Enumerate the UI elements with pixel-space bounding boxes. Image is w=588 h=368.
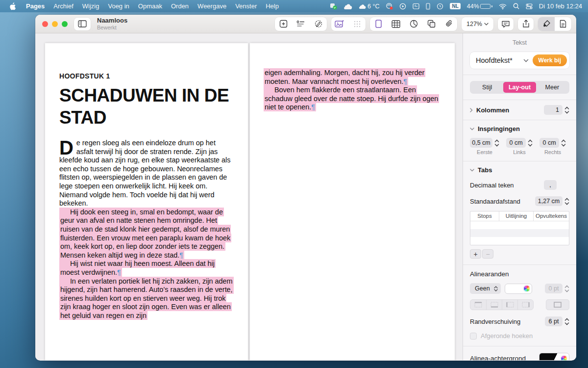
- minimize-button[interactable]: [52, 21, 58, 27]
- paragraph-background-well[interactable]: [539, 353, 569, 360]
- menu-item-voeg-in[interactable]: Voeg in: [103, 2, 133, 10]
- decimal-field[interactable]: ,: [544, 180, 557, 190]
- indent-right-stepper[interactable]: [561, 139, 566, 147]
- border-offset-field[interactable]: 6 pt: [545, 316, 563, 326]
- insert-table-icon[interactable]: [391, 20, 401, 28]
- menu-item-orden[interactable]: Orden: [167, 2, 193, 10]
- insert-page-icon[interactable]: [278, 20, 289, 28]
- app-sync-icon[interactable]: [330, 2, 337, 10]
- battery-icon: [480, 4, 490, 9]
- indent-left-stepper[interactable]: [528, 139, 533, 147]
- default-spacing-stepper[interactable]: [564, 198, 569, 205]
- indent-first-stepper[interactable]: [494, 139, 499, 147]
- panel-toggle-group: [538, 17, 571, 31]
- border-color-well[interactable]: [505, 284, 532, 294]
- paragraph[interactable]: eigen ademhaling. Morgen, dacht hij, zou…: [264, 69, 439, 86]
- insert-media-icon[interactable]: [334, 20, 345, 28]
- remove-tab-stop-button[interactable]: −: [482, 249, 493, 259]
- insert-textbox-icon[interactable]: [373, 20, 384, 28]
- tab-stop-row[interactable]: [470, 237, 569, 245]
- cloud-icon[interactable]: [343, 3, 352, 9]
- wifi-icon[interactable]: [499, 3, 507, 9]
- rounded-corners-label: Afgeronde hoeken: [481, 332, 533, 340]
- menu-item-venster[interactable]: Venster: [231, 2, 261, 10]
- border-right-button[interactable]: [517, 300, 533, 310]
- paragraph[interactable]: Boven hem flakkerde een straatlantaarn. …: [264, 86, 439, 112]
- weather-icon[interactable]: 6 °C: [359, 3, 379, 10]
- iphone-icon[interactable]: [426, 3, 430, 10]
- format-wand-icon[interactable]: [313, 20, 324, 28]
- tab-stop-row[interactable]: [470, 221, 569, 229]
- dots-grid-icon[interactable]: [352, 20, 363, 28]
- rounded-corners-checkbox[interactable]: [470, 333, 477, 340]
- tab-meer[interactable]: Meer: [536, 82, 568, 93]
- border-bottom-button[interactable]: [486, 300, 502, 310]
- border-all-button[interactable]: [546, 299, 569, 310]
- borders-header: Alinearanden: [470, 270, 569, 278]
- columns-value-field[interactable]: 1: [544, 105, 563, 115]
- paragraph-style-selector[interactable]: Hoofdtekst* Werk bij: [470, 52, 569, 69]
- page-right[interactable]: eigen ademhaling. Morgen, dacht hij, zou…: [250, 43, 455, 360]
- update-style-button[interactable]: Werk bij: [533, 54, 567, 66]
- pages-window: Naamloos Bewerkt: [35, 15, 576, 361]
- add-tab-stop-button[interactable]: +: [470, 249, 481, 259]
- zoom-window-button[interactable]: [62, 21, 68, 27]
- columns-section[interactable]: Kolommen: [470, 106, 509, 114]
- menu-item-help[interactable]: Help: [261, 2, 283, 10]
- menu-item-weergave[interactable]: Weergave: [193, 2, 231, 10]
- tab-stops-table[interactable]: Stops Uitlijning Opvultekens: [470, 211, 569, 245]
- input-source-badge[interactable]: NL: [450, 3, 460, 9]
- paragraph[interactable]: In een verlaten portiek liet hij zich za…: [59, 277, 234, 320]
- highlighted-text: In een verlaten portiek liet hij zich za…: [59, 277, 234, 320]
- spotlight-icon[interactable]: [513, 3, 519, 9]
- border-style-dropdown[interactable]: Geen: [470, 283, 501, 294]
- calendar-icon[interactable]: [413, 3, 419, 9]
- control-center-icon[interactable]: [526, 3, 533, 9]
- attachment-icon[interactable]: [443, 20, 454, 28]
- close-button[interactable]: [42, 21, 48, 27]
- tab-stijl[interactable]: Stijl: [471, 82, 503, 93]
- menu-bar-clock[interactable]: Di 10 feb 12:24: [539, 2, 582, 10]
- document-title: Naamloos: [97, 17, 127, 24]
- format-brush-button[interactable]: [538, 17, 555, 31]
- indent-first-field[interactable]: 0,5 cm: [470, 138, 492, 148]
- now-playing-icon[interactable]: [399, 3, 406, 10]
- border-top-button[interactable]: [470, 300, 486, 310]
- paragraph[interactable]: De regen sloeg als een eindeloze drum op…: [59, 139, 234, 208]
- default-spacing-field[interactable]: 1,27 cm: [535, 196, 563, 206]
- paragraph-style-name: Hoofdtekst*: [476, 56, 523, 64]
- apple-menu-icon[interactable]: [10, 2, 17, 10]
- view-options-button[interactable]: [74, 18, 91, 30]
- comment-button[interactable]: [498, 18, 514, 30]
- tab-stop-row[interactable]: [470, 229, 569, 237]
- insert-chart-icon[interactable]: [408, 20, 419, 28]
- page-left[interactable]: HOOFDSTUK 1 SCHADUWEN IN DE STAD De rege…: [45, 43, 248, 360]
- paragraph[interactable]: Hij wist niet waar hij heen moest. Allee…: [59, 260, 234, 277]
- indents-header[interactable]: Inspringingen: [470, 125, 569, 132]
- border-left-button[interactable]: [502, 300, 517, 310]
- paragraph[interactable]: Hij dook een steeg in, smal en bedompt, …: [59, 208, 234, 260]
- indent-right-field[interactable]: 0 cm: [539, 138, 559, 148]
- indent-left-field[interactable]: 0 cm: [506, 138, 526, 148]
- battery-indicator[interactable]: 44%: [467, 3, 492, 10]
- border-width-field[interactable]: 0 pt: [545, 284, 563, 293]
- chevron-down-icon: [523, 59, 529, 62]
- menu-item-opmaak[interactable]: Opmaak: [134, 2, 167, 10]
- menu-item-wijzig[interactable]: Wijzig: [78, 2, 104, 10]
- columns-stepper[interactable]: [564, 106, 569, 114]
- tab-lay-out[interactable]: Lay-out: [503, 82, 536, 93]
- highlighted-text: Hij dook een steeg in, smal en bedompt, …: [59, 208, 231, 260]
- screen-mirroring-icon[interactable]: [386, 3, 393, 10]
- menu-item-pages[interactable]: Pages: [22, 2, 49, 10]
- styles-icon[interactable]: [295, 20, 306, 27]
- columns-row: Kolommen 1: [463, 105, 576, 115]
- time-machine-icon[interactable]: [437, 3, 443, 10]
- document-setup-button[interactable]: [555, 17, 571, 31]
- insert-shape-icon[interactable]: [426, 20, 437, 28]
- tabs-header[interactable]: Tabs: [470, 166, 569, 174]
- menu-item-archief[interactable]: Archief: [49, 2, 77, 10]
- zoom-control[interactable]: 127%: [462, 17, 493, 31]
- share-button[interactable]: [518, 18, 534, 30]
- border-width-stepper[interactable]: [564, 285, 569, 292]
- border-offset-stepper[interactable]: [564, 318, 569, 325]
